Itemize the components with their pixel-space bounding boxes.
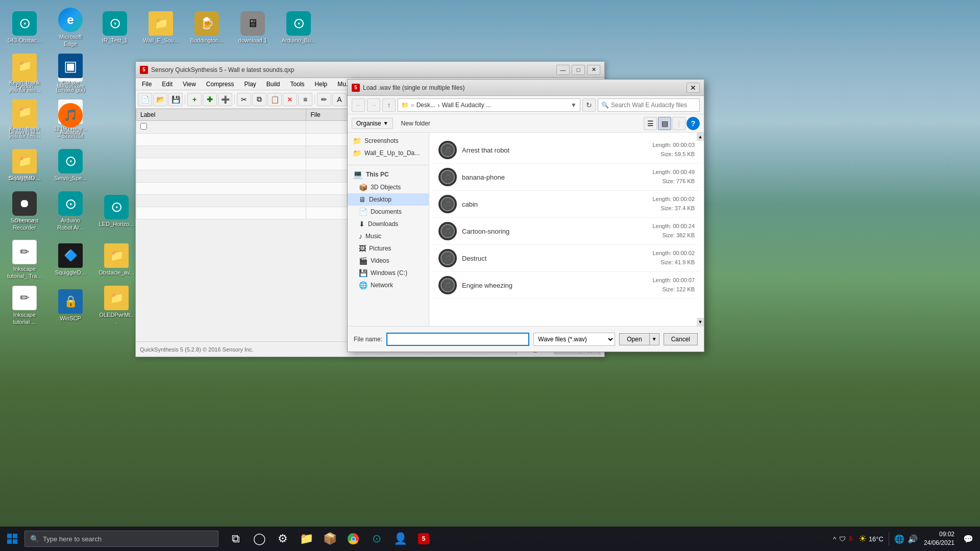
- desktop-icon-oled[interactable]: 📁 OLEDPwrMt...: [96, 283, 137, 328]
- taskbar-clock[interactable]: 09:02 24/06/2021: [920, 530, 959, 547]
- taskbar-arduino[interactable]: ⊙: [365, 527, 388, 551]
- desktop-icon-cmake[interactable]: ▣ CMake(cmake gui): [50, 51, 91, 96]
- desktop-icon-wall-e-sou[interactable]: 📁 Wall_E_Sou...: [140, 5, 181, 50]
- toolbar-cut[interactable]: ✂: [237, 93, 251, 106]
- taskbar-qs[interactable]: 5: [412, 527, 435, 551]
- file-item-banana[interactable]: 🎵 banana-phone Length: 00:00:49 Size: 77…: [433, 164, 700, 191]
- scroll-down-btn[interactable]: ▼: [697, 318, 704, 326]
- desktop-icon-arduino-bu[interactable]: ⊙ Arduino_Bu...: [278, 5, 319, 50]
- menu-build[interactable]: Build: [262, 80, 284, 89]
- cancel-btn[interactable]: Cancel: [664, 333, 698, 345]
- menu-compress[interactable]: Compress: [202, 80, 238, 89]
- open-dropdown-btn[interactable]: ▼: [649, 333, 659, 345]
- toolbar-open[interactable]: 📂: [153, 93, 167, 106]
- toolbar-add1[interactable]: +: [187, 93, 202, 106]
- sidebar-wall-e[interactable]: 📁 Wall_E_Up_to_Da...: [348, 147, 429, 159]
- taskbar-folder[interactable]: 📁: [295, 527, 317, 551]
- search-input[interactable]: [611, 102, 696, 109]
- qs-maximize-btn[interactable]: □: [572, 65, 585, 75]
- toolbar-list[interactable]: ≡: [298, 93, 312, 106]
- row-checkbox[interactable]: [140, 123, 147, 130]
- qs-close-btn[interactable]: ✕: [587, 65, 600, 75]
- sidebar-3d-objects[interactable]: 📦 3D Objects: [348, 181, 429, 193]
- desktop-icon-043[interactable]: ⊙ 043-Obstac...: [4, 5, 45, 50]
- sidebar-desktop[interactable]: 🖥 Desktop: [348, 193, 429, 206]
- sidebar-pictures[interactable]: 🖼 Pictures: [348, 242, 429, 255]
- file-item-cartoon[interactable]: 🎵 Cartoon-snoring Length: 00:00:24 Size:…: [433, 218, 700, 245]
- taskbar-taskview[interactable]: ⧉: [225, 527, 247, 551]
- dialog-close-btn[interactable]: ✕: [687, 83, 700, 93]
- desktop-icon-edge[interactable]: e MicrosoftEdge: [50, 5, 91, 50]
- refresh-btn[interactable]: ↻: [582, 98, 596, 112]
- new-folder-btn[interactable]: New folder: [397, 118, 434, 129]
- systray-qs-red[interactable]: 5: [849, 535, 852, 542]
- notification-btn[interactable]: 💬: [961, 527, 976, 551]
- sidebar-downloads[interactable]: ⬇ Downloads: [348, 218, 429, 230]
- file-item-cabin[interactable]: 🎵 cabin Length: 00:00:02 Size: 37.4 KB: [433, 191, 700, 218]
- sidebar-documents[interactable]: 📄 Documents: [348, 206, 429, 218]
- desktop-icon-squiggle2[interactable]: 🔷 SquiggleD...: [50, 237, 91, 282]
- view-toggle-btn[interactable]: ▤: [658, 117, 671, 130]
- desktop-icon-download1[interactable]: 🖥 download 1: [232, 5, 273, 50]
- desktop-icon-winscp[interactable]: 🔒 WinSCP: [50, 283, 91, 328]
- toolbar-new[interactable]: 📄: [138, 93, 152, 106]
- breadcrumb-dropdown[interactable]: ▼: [571, 102, 577, 109]
- toolbar-paste[interactable]: 📋: [267, 93, 282, 106]
- desktop-icon-inkscape1[interactable]: ✏ Inkscapetutorial_ Tra...: [4, 237, 45, 282]
- sidebar-windows-c[interactable]: 💾 Windows (C:): [348, 267, 429, 279]
- desktop-icon-inkscape2[interactable]: ✏ Inkscapetutorial ...: [4, 283, 45, 328]
- desktop-icon-squiggle1[interactable]: 📁 SquiggleD...: [4, 143, 45, 188]
- desktop-icon-ir[interactable]: ⊙ IR_Test_1: [94, 5, 135, 50]
- desktop-icon-screencast[interactable]: ⏺ ScreencastRecorder: [4, 189, 45, 234]
- menu-play[interactable]: Play: [240, 80, 260, 89]
- toolbar-pencil[interactable]: ✏: [317, 93, 331, 106]
- breadcrumb-bar[interactable]: 📁 » Desk... › Wall E Audacity ... ▼: [398, 98, 580, 112]
- toolbar-add3[interactable]: ➕: [218, 93, 232, 106]
- menu-help[interactable]: Help: [311, 80, 332, 89]
- toolbar-save[interactable]: 💾: [168, 93, 183, 106]
- sidebar-videos[interactable]: 🎬 Videos: [348, 255, 429, 267]
- taskbar-settings[interactable]: ⚙: [272, 527, 294, 551]
- desktop-icon-arduino-robot[interactable]: ⊙ ArduinoRobot Ar...: [50, 189, 91, 234]
- toolbar-add2[interactable]: ✚: [203, 93, 217, 106]
- taskbar-archive[interactable]: 📦: [318, 527, 341, 551]
- nav-forward-btn[interactable]: →: [367, 98, 380, 112]
- taskbar-people[interactable]: 👤: [389, 527, 411, 551]
- desktop-icon-kevin2[interactable]: 📁 Kevin, thankyou for ren...: [4, 97, 45, 142]
- sidebar-screenshots[interactable]: 📁 Screenshots: [348, 135, 429, 147]
- toolbar-copy[interactable]: ⧉: [252, 93, 266, 106]
- taskbar-search-circle[interactable]: ◯: [248, 527, 271, 551]
- qs-minimize-btn[interactable]: —: [556, 65, 570, 75]
- network-icon-taskbar[interactable]: 🌐: [894, 534, 904, 544]
- taskbar-search[interactable]: 🔍: [24, 531, 218, 547]
- filetype-select[interactable]: Wave files (*.wav): [533, 333, 615, 346]
- toolbar-text[interactable]: A: [332, 93, 347, 106]
- desktop-icon-kevin1[interactable]: 📁 Kevin, thankyou for ren...: [4, 51, 45, 96]
- menu-file[interactable]: File: [138, 80, 156, 89]
- weather-widget[interactable]: ☀ 16°C: [859, 533, 884, 544]
- desktop-icon-obstacle[interactable]: 📁 Obstacle_av...: [96, 237, 137, 282]
- desktop-icon-boddington[interactable]: 🍺 Boddington...: [186, 5, 227, 50]
- sidebar-this-pc[interactable]: 💻 This PC: [348, 167, 429, 181]
- open-btn[interactable]: Open: [619, 333, 649, 345]
- taskbar-search-input[interactable]: [43, 535, 213, 543]
- desktop-icon-audacity[interactable]: 🎵 Audacity: [50, 97, 91, 142]
- organise-btn[interactable]: Organise ▼: [352, 118, 393, 129]
- toolbar-del[interactable]: ✕: [283, 93, 297, 106]
- start-button[interactable]: [0, 527, 24, 551]
- taskbar-chrome[interactable]: [342, 527, 364, 551]
- nav-back-btn[interactable]: ←: [352, 98, 365, 112]
- volume-icon[interactable]: 🔊: [908, 534, 918, 544]
- menu-view[interactable]: View: [179, 80, 200, 89]
- scroll-up-btn[interactable]: ▲: [697, 133, 704, 141]
- sidebar-music[interactable]: ♪ Music: [348, 230, 429, 242]
- file-item-engine[interactable]: 🎵 Engine wheezing Length: 00:00:07 Size:…: [433, 272, 700, 299]
- view-details-btn[interactable]: ☰: [644, 117, 657, 130]
- filename-input[interactable]: [386, 333, 529, 346]
- desktop-icon-led[interactable]: ⊙ LED_Horizo...: [96, 189, 137, 234]
- file-item-destruct[interactable]: 🎵 Destruct Length: 00:00:02 Size: 41.9 K…: [433, 245, 700, 272]
- nav-up-btn[interactable]: ↑: [382, 98, 396, 112]
- menu-tools[interactable]: Tools: [286, 80, 309, 89]
- systray-antivirus[interactable]: 🛡: [839, 535, 846, 543]
- menu-edit[interactable]: Edit: [158, 80, 177, 89]
